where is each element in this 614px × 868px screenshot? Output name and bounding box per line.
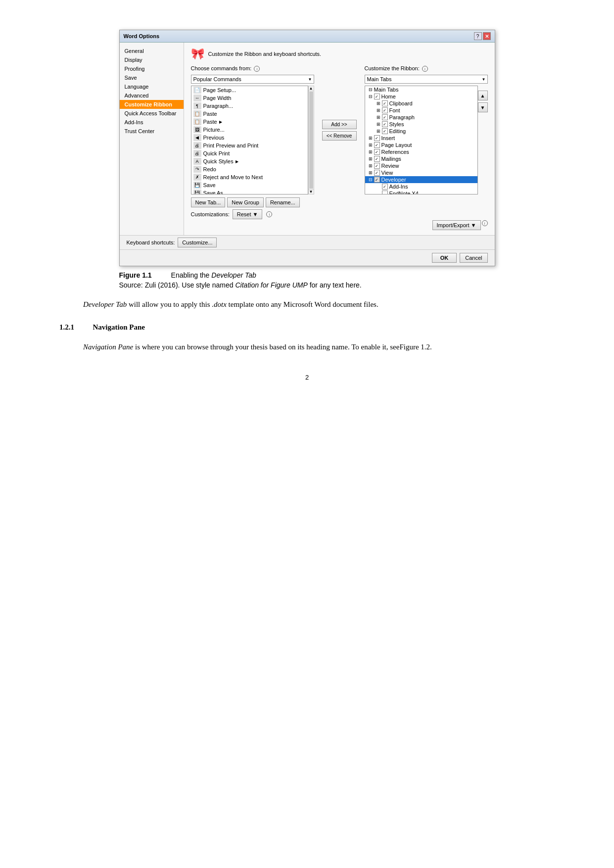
help-button[interactable]: ? <box>474 32 482 40</box>
sidebar-item-trust-center[interactable]: Trust Center <box>120 127 184 136</box>
tree-item-font[interactable]: ⊞✓Font <box>365 107 477 114</box>
developer-tab-italic: Developer Tab <box>83 300 127 308</box>
checkbox-endnote[interactable] <box>382 191 388 194</box>
tree-item-view[interactable]: ⊞✓View <box>365 169 477 176</box>
tree-item-styles[interactable]: ⊞✓Styles <box>365 121 477 128</box>
move-up-button[interactable]: ▲ <box>478 91 488 100</box>
reset-info-icon[interactable]: i <box>266 211 272 217</box>
right-arrow-area: ▲ ▼ <box>478 86 488 112</box>
checkbox-mailings[interactable]: ✓ <box>374 156 380 162</box>
list-item[interactable]: 🖼Picture... <box>191 126 308 134</box>
dialog-main-content: 🎀 Customize the Ribbon and keyboard shor… <box>184 43 495 235</box>
sidebar-item-proofing[interactable]: Proofing <box>120 64 184 73</box>
icon-picture: 🖼 <box>193 126 201 133</box>
ribbon-tree[interactable]: ⊟Main Tabs ⊟✓Home ⊞✓Clipboard ⊞✓Font ⊞✓P… <box>365 86 478 194</box>
cancel-button[interactable]: Cancel <box>460 253 487 263</box>
list-item[interactable]: 🖨Quick Print <box>191 149 308 157</box>
left-col-label: Choose commands from: i <box>191 65 314 72</box>
close-button[interactable]: ✕ <box>483 32 491 40</box>
checkbox-paragraph[interactable]: ✓ <box>382 114 388 120</box>
checkbox-developer[interactable]: ✓ <box>374 177 380 183</box>
list-item[interactable]: AQuick Styles▶ <box>191 157 308 165</box>
tree-item-mailings[interactable]: ⊞✓Mailings <box>365 155 477 162</box>
keyboard-label: Keyboard shortcuts: <box>127 240 175 245</box>
list-item[interactable]: 💾Save As <box>191 189 308 194</box>
reset-button[interactable]: Reset ▼ <box>233 209 263 219</box>
list-item[interactable]: 📋Paste▶ <box>191 118 308 126</box>
sidebar-item-language[interactable]: Language <box>120 82 184 91</box>
checkbox-clipboard[interactable]: ✓ <box>382 100 388 106</box>
ok-button[interactable]: OK <box>432 253 457 263</box>
new-tab-button[interactable]: New Tab... <box>191 197 226 207</box>
tree-item-home[interactable]: ⊟✓Home <box>365 93 477 100</box>
sidebar-item-general[interactable]: General <box>120 47 184 55</box>
rename-button[interactable]: Rename... <box>266 197 300 207</box>
scroll-thumb <box>309 92 313 189</box>
list-item[interactable]: ◀Previous <box>191 134 308 142</box>
sidebar-item-addins[interactable]: Add-Ins <box>120 118 184 127</box>
list-item[interactable]: ¶Paragraph... <box>191 102 308 110</box>
tree-item-insert[interactable]: ⊞✓Insert <box>365 135 477 142</box>
add-button[interactable]: Add >> <box>322 120 357 129</box>
checkbox-review[interactable]: ✓ <box>374 163 380 169</box>
dialog-header: 🎀 Customize the Ribbon and keyboard shor… <box>191 48 488 60</box>
right-dropdown[interactable]: Main Tabs <box>365 75 488 84</box>
left-info-icon[interactable]: i <box>254 66 260 72</box>
left-dropdown[interactable]: Popular Commands <box>191 75 314 84</box>
tree-item-page-layout[interactable]: ⊞✓Page Layout <box>365 142 477 148</box>
tree-item-paragraph[interactable]: ⊞✓Paragraph <box>365 114 477 121</box>
list-item[interactable]: ↷Redo <box>191 165 308 173</box>
remove-button[interactable]: << Remove <box>322 131 357 141</box>
sidebar-item-advanced[interactable]: Advanced <box>120 91 184 100</box>
new-group-button[interactable]: New Group <box>227 197 264 207</box>
list-item[interactable]: 💾Save <box>191 181 308 189</box>
checkbox-editing[interactable]: ✓ <box>382 128 388 134</box>
tree-item-references[interactable]: ⊞✓References <box>365 148 477 155</box>
checkbox-styles[interactable]: ✓ <box>382 121 388 127</box>
figure-caption-text: Enabling the Developer Tab <box>171 271 256 279</box>
sidebar-item-save[interactable]: Save <box>120 73 184 82</box>
checkbox-insert[interactable]: ✓ <box>374 135 380 141</box>
import-export-info-icon[interactable]: i <box>482 220 488 226</box>
left-scrollbar[interactable]: ▲ ▼ <box>308 86 314 194</box>
tree-item-addins[interactable]: ✓Add-Ins <box>365 183 477 190</box>
checkbox-addins[interactable]: ✓ <box>382 184 388 190</box>
expand-icon: ⊞ <box>367 136 374 141</box>
list-item[interactable]: 📋Paste <box>191 110 308 118</box>
tree-item-clipboard[interactable]: ⊞✓Clipboard <box>365 100 477 107</box>
checkbox-references[interactable]: ✓ <box>374 149 380 155</box>
icon-paragraph: ¶ <box>193 102 201 109</box>
tree-item-endnote[interactable]: EndNote X4 <box>365 190 477 194</box>
checkbox-font[interactable]: ✓ <box>382 107 388 113</box>
checkbox-home[interactable]: ✓ <box>374 94 380 99</box>
customize-keyboard-button[interactable]: Customize... <box>178 238 217 247</box>
list-item[interactable]: ✗Reject and Move to Next <box>191 173 308 181</box>
scroll-up[interactable]: ▲ <box>309 86 314 91</box>
list-item[interactable]: 🖨Print Preview and Print <box>191 142 308 149</box>
icon-page-width: ↔ <box>193 95 201 101</box>
list-item[interactable]: 📄Page Setup... <box>191 86 308 94</box>
import-export-row: Import/Export ▼ i <box>191 220 488 230</box>
sidebar-item-display[interactable]: Display <box>120 55 184 64</box>
tree-item-review[interactable]: ⊞✓Review <box>365 162 477 169</box>
tree-item-developer[interactable]: ⊟✓Developer <box>365 176 477 183</box>
bottom-controls: New Tab... New Group Rename... Customiza… <box>191 197 488 230</box>
right-info-icon[interactable]: i <box>422 66 428 72</box>
checkbox-page-layout[interactable]: ✓ <box>374 142 380 148</box>
tree-item-main-tabs: ⊟Main Tabs <box>365 86 477 93</box>
import-export-button[interactable]: Import/Export ▼ <box>432 220 481 230</box>
icon-quick-print: 🖨 <box>193 150 201 157</box>
sidebar-item-customize-ribbon[interactable]: Customize Ribbon <box>120 100 184 109</box>
move-down-button[interactable]: ▼ <box>478 102 488 112</box>
figure-label: Figure 1.1 <box>119 271 152 279</box>
list-item[interactable]: ↔Page Width <box>191 94 308 102</box>
tree-item-editing[interactable]: ⊞✓Editing <box>365 128 477 135</box>
scroll-down[interactable]: ▼ <box>309 189 314 194</box>
body-paragraph-1: Developer Tab will allow you to apply th… <box>59 298 555 311</box>
dialog-titlebar: Word Options ? ✕ <box>120 30 495 43</box>
commands-list[interactable]: 📄Page Setup... ↔Page Width ¶Paragraph...… <box>191 86 308 194</box>
checkbox-view[interactable]: ✓ <box>374 170 380 176</box>
sidebar-item-quick-access[interactable]: Quick Access Toolbar <box>120 109 184 118</box>
dialog-header-text: Customize the Ribbon and keyboard shortc… <box>208 51 322 57</box>
right-column: Customize the Ribbon: i Main Tabs ⊟Main … <box>365 65 488 194</box>
